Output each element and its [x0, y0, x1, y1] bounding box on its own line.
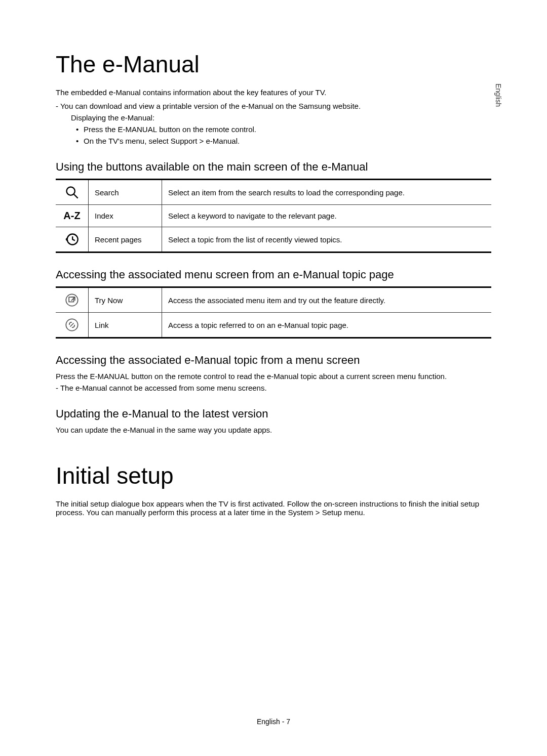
cell-desc: Access the associated menu item and try …	[162, 287, 492, 313]
cell-label: Recent pages	[89, 227, 162, 253]
text: button on the remote control to read the…	[129, 372, 447, 381]
try-now-icon	[56, 287, 89, 313]
heading-updating: Updating the e-Manual to the latest vers…	[56, 407, 491, 421]
cell-label: Link	[89, 313, 162, 338]
table-topic-page: Try Now Access the associated menu item …	[56, 286, 491, 339]
table-row: Try Now Access the associated menu item …	[56, 287, 491, 313]
table-row: Link Access a topic referred to on an e-…	[56, 313, 491, 338]
text: button on the remote control.	[157, 125, 256, 134]
from-menu-note: The e-Manual cannot be accessed from som…	[56, 384, 491, 392]
download-note: You can download and view a printable ve…	[56, 102, 491, 110]
updating-text: You can update the e-Manual in the same …	[56, 426, 491, 434]
link-icon	[56, 313, 89, 338]
heading-initial-setup: Initial setup	[56, 462, 491, 489]
menu-path: System > Setup	[288, 508, 342, 517]
initial-setup-text: The initial setup dialogue box appears w…	[56, 499, 491, 517]
intro-text: The embedded e-Manual contains informati…	[56, 88, 491, 97]
text: .	[238, 137, 240, 145]
cell-label: Search	[89, 180, 162, 205]
table-main-buttons: Search Select an item from the search re…	[56, 179, 491, 253]
emanual-button-label: E-MANUAL	[118, 125, 158, 134]
heading-associated-menu: Accessing the associated menu screen fro…	[56, 268, 491, 281]
recent-icon	[56, 227, 89, 253]
table-row: A-Z Index Select a keyword to navigate t…	[56, 205, 491, 227]
table-row: Recent pages Select a topic from the lis…	[56, 227, 491, 253]
text: menu.	[342, 508, 365, 517]
heading-main-buttons: Using the buttons available on the main …	[56, 160, 491, 174]
bullet-press-emanual: Press the E-MANUAL button on the remote …	[56, 125, 491, 134]
document-page: English The e-Manual The embedded e-Manu…	[0, 0, 547, 756]
text: Press the	[84, 125, 118, 134]
emanual-button-label: E-MANUAL	[90, 372, 130, 381]
search-icon	[56, 180, 89, 205]
text: The initial setup dialogue box appears w…	[56, 499, 479, 517]
svg-point-0	[67, 187, 75, 195]
text: Press the	[56, 372, 90, 381]
text: On the TV's menu, select	[84, 137, 171, 145]
heading-from-menu: Accessing the associated e-Manual topic …	[56, 354, 491, 367]
cell-desc: Access a topic referred to on an e-Manua…	[162, 313, 492, 338]
index-icon: A-Z	[56, 205, 89, 227]
cell-label: Try Now	[89, 287, 162, 313]
from-menu-text: Press the E-MANUAL button on the remote …	[56, 372, 491, 381]
cell-desc: Select a keyword to navigate to the rele…	[162, 205, 492, 227]
cell-label: Index	[89, 205, 162, 227]
cell-desc: Select a topic from the list of recently…	[162, 227, 492, 253]
cell-desc: Select an item from the search results t…	[162, 180, 492, 205]
table-row: Search Select an item from the search re…	[56, 180, 491, 205]
side-language-label: English	[494, 83, 502, 107]
displaying-label: Displaying the e-Manual:	[56, 113, 491, 122]
page-footer: English - 7	[0, 718, 547, 726]
svg-line-5	[71, 297, 75, 301]
bullet-menu-path: On the TV's menu, select Support > e-Man…	[56, 137, 491, 145]
svg-line-1	[74, 194, 78, 198]
heading-emanual: The e-Manual	[56, 51, 491, 78]
menu-path: Support > e-Manual	[171, 137, 238, 145]
